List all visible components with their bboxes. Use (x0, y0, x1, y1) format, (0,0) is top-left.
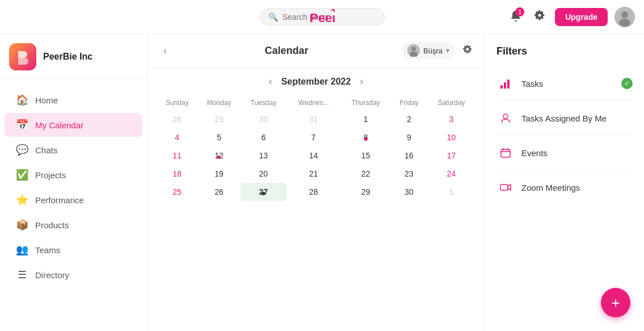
calendar-settings-button[interactable] (462, 44, 473, 58)
svg-point-5 (619, 19, 630, 27)
calendar-day-number: 3 (443, 115, 459, 124)
calendar-day-number: 30 (255, 115, 271, 124)
calendar-cell[interactable]: 28 (287, 183, 340, 201)
notification-bell-button[interactable]: 1 (507, 7, 524, 26)
calendar-cell[interactable]: 7 (287, 128, 340, 146)
calendar-cell[interactable]: 11 (157, 146, 197, 165)
calendar-cell[interactable]: 5 (197, 128, 241, 146)
calendar-day-number: 28 (306, 187, 322, 196)
settings-button[interactable] (531, 7, 548, 27)
calendar-cell[interactable]: 8 (340, 128, 391, 146)
notification-count-badge: 1 (515, 7, 524, 16)
sidebar-item-my-calendar[interactable]: 📅My Calendar (5, 113, 142, 137)
next-month-button[interactable]: › (360, 76, 363, 87)
svg-rect-15 (500, 185, 508, 190)
calendar-cell[interactable]: 20 (241, 165, 287, 183)
month-label: September 2022 (281, 77, 351, 87)
upgrade-button[interactable]: Upgrade (555, 8, 608, 26)
calendar-cell[interactable]: 22 (340, 165, 391, 183)
calendar-day-number: 25 (169, 187, 185, 196)
calendar-day-header: Friday (391, 95, 427, 110)
calendar-cell[interactable]: 26 (197, 183, 241, 201)
calendar-user-pill[interactable]: Büşra ▾ (402, 42, 455, 59)
calendar-cell[interactable]: 21 (287, 165, 340, 183)
calendar-day-header: Tuesday (241, 95, 287, 110)
sidebar-item-label-products: Products (35, 220, 69, 230)
calendar-cell[interactable]: 1 (427, 183, 475, 201)
filter-item-events[interactable]: Events (496, 136, 633, 170)
filter-label-tasks-assigned-me: Tasks Assigned By Me (521, 114, 607, 123)
calendar-event-dot (217, 156, 221, 159)
svg-rect-14 (501, 149, 510, 157)
prev-month-button[interactable]: ‹ (269, 76, 272, 87)
calendar-cell[interactable]: 6 (241, 128, 287, 146)
calendar-cell[interactable]: 31 (287, 110, 340, 128)
calendar-cell[interactable]: 13 (241, 146, 287, 165)
filter-item-tasks[interactable]: Tasks ✓ (496, 66, 633, 101)
calendar-cell[interactable]: 17 (427, 146, 475, 165)
filter-item-zoom-meetings[interactable]: Zoom Meetings (496, 170, 633, 204)
calendar-cell[interactable]: 18 (157, 165, 197, 183)
sidebar-item-projects[interactable]: ✅Projects (5, 163, 142, 187)
calendar-day-number: 29 (211, 115, 227, 124)
calendar-cell[interactable]: 23 (391, 165, 427, 183)
calendar-cell[interactable]: 4 (157, 128, 197, 146)
sidebar-item-performance[interactable]: ⭐Performance (5, 188, 142, 212)
sidebar-item-products[interactable]: 📦Products (5, 213, 142, 237)
calendar-cell[interactable]: 30 (391, 183, 427, 201)
calendar-cell[interactable]: 30 (241, 110, 287, 128)
svg-rect-12 (507, 79, 510, 89)
sidebar-item-directory[interactable]: ☰Directory (5, 263, 142, 287)
calendar-title: Calendar (178, 45, 395, 57)
calendar-cell[interactable]: 15 (340, 146, 391, 165)
svg-point-13 (503, 114, 508, 119)
calendar-cell[interactable]: 12 (197, 146, 241, 165)
svg-rect-10 (500, 85, 503, 89)
calendar-day-number: 13 (255, 151, 271, 160)
calendar-cell[interactable]: 27 (241, 183, 287, 201)
calendar-section: ‹ Calendar Büşra ▾ (148, 34, 485, 331)
filter-label-events: Events (521, 148, 548, 158)
sidebar-item-home[interactable]: 🏠Home (5, 88, 142, 112)
calendar-cell[interactable]: 2 (391, 110, 427, 128)
chats-icon: 💬 (16, 144, 28, 156)
svg-rect-11 (504, 82, 506, 89)
calendar-day-number: 19 (211, 169, 227, 178)
calendar-cell[interactable]: 16 (391, 146, 427, 165)
sidebar-item-label-directory: Directory (35, 270, 69, 280)
svg-point-9 (466, 48, 469, 51)
calendar-cell[interactable]: 24 (427, 165, 475, 183)
calendar-day-number: 2 (401, 115, 417, 124)
calendar-day-number: 15 (358, 151, 374, 160)
content-area: ‹ Calendar Büşra ▾ (148, 34, 644, 331)
sidebar-item-chats[interactable]: 💬Chats (5, 138, 142, 162)
tasks-assigned-me-filter-icon (496, 109, 515, 127)
products-icon: 📦 (16, 219, 28, 231)
calendar-cell[interactable]: 29 (197, 110, 241, 128)
events-filter-icon (496, 144, 515, 162)
calendar-cell[interactable]: 9 (391, 128, 427, 146)
calendar-cell[interactable]: 3 (427, 110, 475, 128)
tasks-filter-icon (496, 74, 515, 93)
calendar-day-number: 8 (358, 133, 374, 142)
fab-add-button[interactable]: + (601, 288, 630, 317)
filter-item-tasks-assigned-me[interactable]: Tasks Assigned By Me (496, 101, 633, 136)
calendar-day-number: 1 (358, 115, 374, 124)
calendar-back-button[interactable]: ‹ (159, 43, 171, 59)
user-avatar[interactable] (614, 7, 635, 27)
calendar-cell[interactable]: 14 (287, 146, 340, 165)
calendar-cell[interactable]: 19 (197, 165, 241, 183)
calendar-cell[interactable]: 25 (157, 183, 197, 201)
calendar-day-number: 22 (358, 169, 374, 178)
calendar-cell[interactable]: 28 (157, 110, 197, 128)
calendar-cell[interactable]: 29 (340, 183, 391, 201)
calendar-event-dot (364, 137, 368, 141)
calendar-day-header: Monday (197, 95, 241, 110)
calendar-day-number: 18 (169, 169, 185, 178)
sidebar-item-teams[interactable]: 👥Teams (5, 238, 142, 262)
projects-icon: ✅ (16, 169, 28, 181)
company-name: PeerBie Inc (43, 52, 92, 62)
calendar-cell[interactable]: 10 (427, 128, 475, 146)
calendar-cell[interactable]: 1 (340, 110, 391, 128)
filter-label-tasks: Tasks (521, 79, 543, 89)
